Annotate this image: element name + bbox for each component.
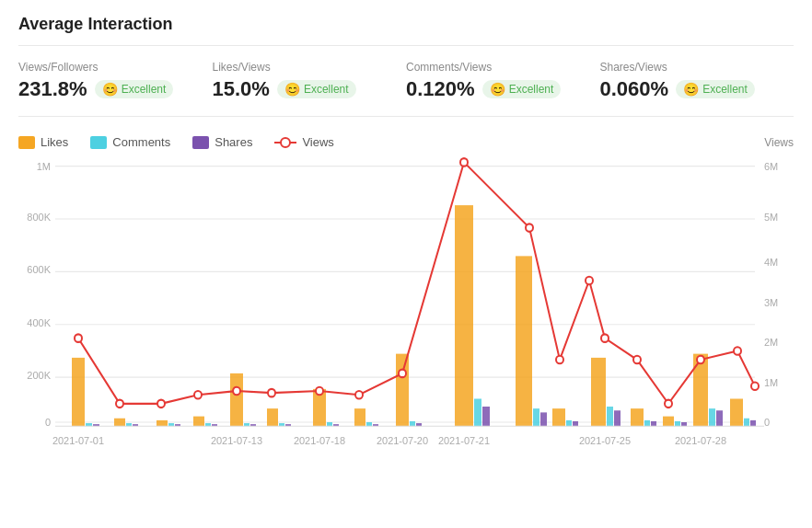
svg-rect-62 [675,421,680,426]
svg-rect-61 [663,417,674,427]
svg-point-83 [601,334,609,342]
svg-point-84 [633,356,641,364]
svg-rect-50 [533,408,539,426]
legend-comments-icon [90,136,107,149]
metric-label-0: Views/Followers [18,61,194,74]
metric-label-3: Shares/Views [600,61,776,74]
svg-point-87 [734,347,741,355]
svg-point-80 [526,224,533,232]
svg-point-81 [556,356,563,364]
svg-text:1M: 1M [764,376,778,387]
svg-rect-34 [267,408,278,426]
metric-value-row-1: 15.0% 😊 Excellent [213,77,389,101]
svg-text:1M: 1M [37,161,51,172]
svg-rect-49 [516,256,532,426]
svg-rect-57 [614,410,621,426]
svg-rect-41 [366,422,372,426]
svg-point-86 [697,356,704,364]
metric-label-2: Comments/Views [406,61,582,74]
legend-views: Views [274,135,333,149]
svg-text:2021-07-18: 2021-07-18 [294,435,345,446]
svg-rect-67 [730,399,743,427]
svg-text:2021-07-25: 2021-07-25 [579,435,631,446]
legend-views-icon [274,142,296,143]
svg-point-76 [316,387,323,396]
legend-views-label: Views [302,135,333,149]
svg-point-85 [665,400,672,408]
svg-text:5M: 5M [764,212,778,223]
svg-rect-69 [750,420,756,426]
svg-point-77 [355,391,363,399]
svg-rect-56 [607,407,613,426]
legend-comments: Comments [90,135,170,149]
svg-point-71 [116,400,123,408]
legend-shares-label: Shares [215,135,252,149]
svg-text:200K: 200K [27,370,51,381]
svg-point-75 [268,389,275,397]
svg-text:0: 0 [45,417,51,428]
smiley-icon-0: 😊 [102,82,118,97]
svg-rect-66 [716,410,723,426]
svg-rect-51 [540,412,547,426]
svg-rect-63 [681,422,687,426]
smiley-icon-3: 😊 [683,82,699,97]
metric-value-2: 0.120% [406,77,475,101]
legend-likes: Likes [18,135,68,149]
metric-badge-label-0: Excellent [122,83,167,96]
svg-text:0: 0 [764,417,770,428]
legend-likes-label: Likes [41,135,68,149]
metric-badge-1: 😊 Excellent [277,80,356,98]
metric-shares-views: Shares/Views 0.060% 😊 Excellent [600,61,795,101]
metric-views-followers: Views/Followers 231.8% 😊 Excellent [18,61,213,101]
svg-text:2021-07-28: 2021-07-28 [675,435,726,446]
svg-rect-53 [566,420,572,426]
chart-svg: 0 200K 400K 600K 800K 1M 0 1M 2M 3M 4M 5… [18,156,794,469]
svg-rect-47 [474,399,481,427]
svg-point-70 [75,334,82,342]
smiley-icon-2: 😊 [490,82,505,97]
svg-rect-48 [482,407,490,426]
metric-badge-0: 😊 Excellent [95,80,174,98]
svg-text:2021-07-13: 2021-07-13 [211,435,262,446]
svg-rect-44 [410,421,415,426]
metric-value-0: 231.8% [18,77,87,101]
svg-rect-38 [327,422,332,426]
metric-label-1: Likes/Views [213,61,389,74]
main-container: Average Interaction Views/Followers 231.… [0,0,812,484]
svg-point-88 [751,382,759,390]
svg-point-72 [157,400,165,408]
svg-text:2021-07-21: 2021-07-21 [438,435,490,446]
svg-text:600K: 600K [27,264,51,275]
svg-rect-19 [72,358,85,426]
svg-rect-43 [396,354,409,427]
legend-likes-icon [18,136,35,149]
legend-shares: Shares [192,135,252,149]
svg-rect-65 [709,408,715,426]
svg-text:3M: 3M [764,296,778,307]
svg-rect-55 [591,358,606,426]
metric-value-1: 15.0% [213,77,270,101]
svg-text:400K: 400K [27,317,51,328]
page-title: Average Interaction [18,15,794,46]
svg-rect-40 [354,408,365,426]
chart-legend: Likes Comments Shares Views Views [18,135,794,149]
metric-likes-views: Likes/Views 15.0% 😊 Excellent [213,61,407,101]
svg-rect-22 [114,419,125,427]
svg-text:800K: 800K [27,212,51,223]
svg-rect-25 [157,420,168,426]
svg-rect-28 [193,417,204,427]
svg-text:6M: 6M [764,161,778,172]
metric-value-3: 0.060% [600,77,669,101]
svg-point-74 [233,387,240,396]
svg-rect-64 [693,354,708,427]
svg-rect-60 [651,421,656,426]
smiley-icon-1: 😊 [284,82,300,97]
metric-badge-3: 😊 Excellent [676,80,755,98]
metric-badge-2: 😊 Excellent [482,80,562,98]
svg-point-82 [586,277,593,285]
svg-point-79 [460,158,468,166]
metric-comments-views: Comments/Views 0.120% 😊 Excellent [406,61,600,101]
svg-text:2021-07-20: 2021-07-20 [377,435,428,446]
svg-point-73 [194,391,202,399]
svg-text:4M: 4M [764,257,778,268]
